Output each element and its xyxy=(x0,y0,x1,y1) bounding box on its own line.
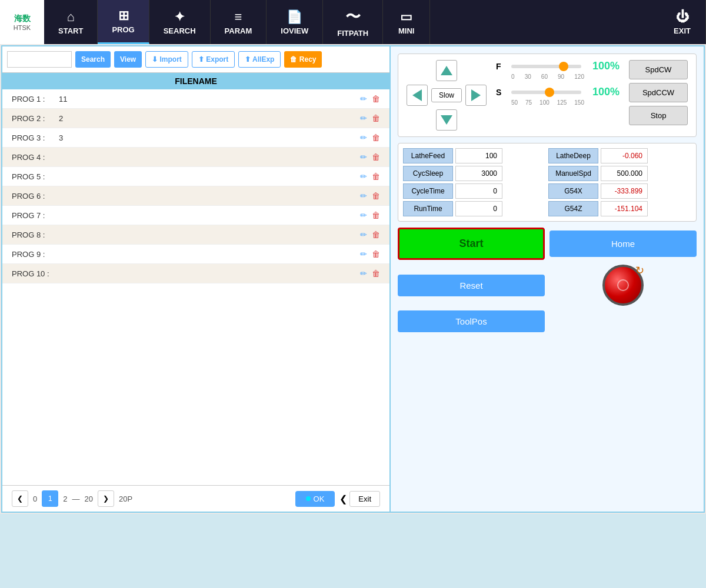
nav-fitpath[interactable]: 〜 FITPATH xyxy=(323,0,383,44)
search-button[interactable]: Search xyxy=(75,51,111,68)
prog-label: PROG 3 : xyxy=(12,133,59,142)
logo-line1: 海数 xyxy=(14,14,31,24)
prog-label: PROG 9 : xyxy=(12,250,59,259)
file-actions: ✏ 🗑 xyxy=(360,172,380,181)
nav-mini[interactable]: ▭ MINI xyxy=(383,0,430,44)
fitpath-icon: 〜 xyxy=(345,6,361,27)
allexp-button[interactable]: ⬆ AllExp xyxy=(238,51,281,68)
g54x-label: G54X xyxy=(548,183,598,199)
exit-page-button[interactable]: Exit xyxy=(349,491,380,507)
edit-icon[interactable]: ✏ xyxy=(360,249,367,259)
stop-button[interactable]: Stop xyxy=(629,106,688,125)
recy-button[interactable]: 🗑 Recy xyxy=(284,51,322,68)
next-page-button[interactable]: ❯ xyxy=(98,490,114,507)
s-slider-ticks: 50 75 100 125 150 xyxy=(511,99,584,106)
table-row: PROG 8 : ✏ 🗑 xyxy=(2,225,389,245)
g54x-value[interactable]: -333.899 xyxy=(601,183,648,199)
edit-icon[interactable]: ✏ xyxy=(360,191,367,201)
page-1-button[interactable]: 1 xyxy=(42,490,58,507)
page-0[interactable]: 0 xyxy=(33,495,37,503)
delete-icon[interactable]: 🗑 xyxy=(372,152,380,162)
nav-start[interactable]: ⌂ START xyxy=(44,0,98,44)
nav-ioview-label: IOVIEW xyxy=(281,26,308,35)
lathdeep-row: LatheDeep -0.060 xyxy=(548,148,691,163)
edit-icon[interactable]: ✏ xyxy=(360,113,367,123)
top-navigation: ⌂ START ⊞ PROG ✦ SEARCH ≡ PARAM 📄 IOVIEW… xyxy=(44,0,706,44)
spdccw-button[interactable]: SpdCCW xyxy=(629,83,688,102)
table-row: PROG 3 : 3 ✏ 🗑 xyxy=(2,128,389,148)
nav-fitpath-label: FITPATH xyxy=(337,29,368,38)
f-slider-thumb[interactable] xyxy=(559,62,568,71)
s-label: S xyxy=(496,88,505,97)
table-row: PROG 2 : 2 ✏ 🗑 xyxy=(2,109,389,128)
delete-icon[interactable]: 🗑 xyxy=(372,269,380,278)
ioview-icon: 📄 xyxy=(287,9,302,25)
delete-icon[interactable]: 🗑 xyxy=(372,191,380,201)
nav-prog[interactable]: ⊞ PROG xyxy=(98,0,149,44)
nav-param[interactable]: ≡ PARAM xyxy=(211,0,267,44)
ok-button[interactable]: OK xyxy=(295,491,335,507)
cycsleep-value[interactable]: 3000 xyxy=(455,166,502,181)
delete-icon[interactable]: 🗑 xyxy=(372,249,380,259)
table-row: PROG 10 : ✏ 🗑 xyxy=(2,264,389,283)
spdcw-button[interactable]: SpdCW xyxy=(629,60,688,79)
search-input[interactable] xyxy=(7,51,72,68)
jog-up-button[interactable] xyxy=(436,60,457,81)
delete-icon[interactable]: 🗑 xyxy=(372,230,380,239)
nav-search[interactable]: ✦ SEARCH xyxy=(149,0,211,44)
s-slider-thumb[interactable] xyxy=(545,88,554,97)
edit-icon[interactable]: ✏ xyxy=(360,172,367,181)
delete-icon[interactable]: 🗑 xyxy=(372,94,380,103)
g54z-value[interactable]: -151.104 xyxy=(601,201,648,216)
prog-label: PROG 6 : xyxy=(12,192,59,201)
table-row: PROG 1 : 11 ✏ 🗑 xyxy=(2,89,389,109)
page-2[interactable]: 2 xyxy=(63,495,67,503)
s-slider-track[interactable] xyxy=(511,91,581,94)
f-slider-track[interactable] xyxy=(511,65,581,68)
parameters-section: LatheFeed 100 CycSleep 3000 CycleTime 0 … xyxy=(398,143,697,222)
reset-button[interactable]: Reset xyxy=(398,275,545,296)
runtime-value[interactable]: 0 xyxy=(455,201,502,216)
prog-label: PROG 2 : xyxy=(12,114,59,123)
prev-page-button[interactable]: ❮ xyxy=(12,490,28,507)
prog-label: PROG 4 : xyxy=(12,153,59,162)
start-button[interactable]: Start xyxy=(398,228,545,260)
manuelspd-value[interactable]: 500.000 xyxy=(601,166,648,181)
lathefeed-value[interactable]: 100 xyxy=(455,148,502,163)
delete-icon[interactable]: 🗑 xyxy=(372,113,380,123)
edit-icon[interactable]: ✏ xyxy=(360,269,367,278)
slow-button[interactable]: Slow xyxy=(431,88,462,102)
edit-icon[interactable]: ✏ xyxy=(360,230,367,239)
file-toolbar: Search View ⬇ Import ⬆ Export ⬆ AllExp 🗑… xyxy=(2,46,389,73)
export-button[interactable]: ⬆ Export xyxy=(192,51,235,68)
g54x-row: G54X -333.899 xyxy=(548,183,691,199)
home-button[interactable]: Home xyxy=(550,230,697,257)
delete-icon[interactable]: 🗑 xyxy=(372,133,380,142)
delete-icon[interactable]: 🗑 xyxy=(372,172,380,181)
prog-label: PROG 5 : xyxy=(12,172,59,181)
import-button[interactable]: ⬇ Import xyxy=(145,51,188,68)
edit-icon[interactable]: ✏ xyxy=(360,133,367,142)
delete-icon[interactable]: 🗑 xyxy=(372,211,380,220)
nav-exit[interactable]: ⏻ EXIT xyxy=(659,0,706,44)
left-panel: Search View ⬇ Import ⬆ Export ⬆ AllExp 🗑… xyxy=(2,46,391,512)
edit-icon[interactable]: ✏ xyxy=(360,94,367,103)
nav-ioview[interactable]: 📄 IOVIEW xyxy=(267,0,323,44)
prog-icon: ⊞ xyxy=(118,8,129,24)
cycletime-value[interactable]: 0 xyxy=(455,183,502,199)
prog-name: 11 xyxy=(59,95,360,103)
nav-search-label: SEARCH xyxy=(164,26,196,35)
view-button[interactable]: View xyxy=(114,51,142,68)
file-actions: ✏ 🗑 xyxy=(360,94,380,103)
page-20[interactable]: 20 xyxy=(84,495,92,503)
edit-icon[interactable]: ✏ xyxy=(360,152,367,162)
jog-down-button[interactable] xyxy=(436,109,457,131)
estop-button[interactable]: ↻ xyxy=(602,265,644,306)
left-arrow-icon xyxy=(412,89,422,101)
lathdeep-value[interactable]: -0.060 xyxy=(601,148,648,163)
f-label: F xyxy=(496,62,505,71)
edit-icon[interactable]: ✏ xyxy=(360,211,367,220)
jog-right-button[interactable] xyxy=(465,85,487,106)
jog-left-button[interactable] xyxy=(407,85,428,106)
toolpos-button[interactable]: ToolPos xyxy=(398,310,545,332)
